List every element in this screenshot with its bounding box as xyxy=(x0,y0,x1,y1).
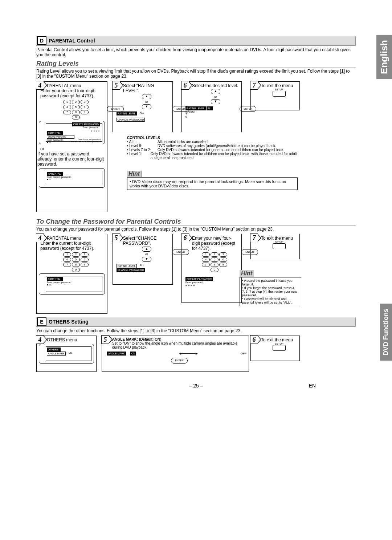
section-e-title: OTHERS Setting xyxy=(49,319,89,325)
key-3[interactable]: 3 xyxy=(81,100,89,104)
step-number: 7 xyxy=(250,81,258,90)
key-6[interactable]: 6 xyxy=(219,257,227,262)
key-3[interactable]: 3 xyxy=(219,252,227,257)
osd-press-enter: Press 'ENTER' to activate password. xyxy=(69,141,101,143)
step6-text: Select the desired level. xyxy=(192,83,239,88)
key-4[interactable]: 4 xyxy=(202,257,210,262)
enter-button[interactable]: ENTER xyxy=(107,106,124,112)
key-2[interactable]: 2 xyxy=(72,100,80,104)
osd-enter-current: Enter current password. xyxy=(47,176,101,178)
step-number: 7 xyxy=(250,234,258,242)
key-1[interactable]: 1 xyxy=(202,252,210,257)
key-9[interactable]: 9 xyxy=(219,263,227,267)
key-6[interactable]: 6 xyxy=(81,105,89,109)
up-arrow-icon[interactable]: ▲ xyxy=(211,89,220,94)
ctrl-key: • Level 1: xyxy=(127,152,151,160)
tv-osd-enter-current: PARENTAL Enter current password. ■□□□ xyxy=(39,168,105,188)
down-arrow-icon[interactable]: ▼ xyxy=(142,104,151,109)
setup-button[interactable] xyxy=(273,243,286,249)
osd-change-password-2: CHANGE PASSWORD xyxy=(117,268,145,272)
down-arrow-icon[interactable]: ▼ xyxy=(142,257,151,262)
change-hint: Hint • Record the password in case you f… xyxy=(240,270,301,306)
key-7[interactable]: 7 xyxy=(202,263,210,267)
key-8[interactable]: 8 xyxy=(211,263,219,267)
key-0[interactable]: 0 xyxy=(211,268,219,272)
change-step5: 5 Select "CHANGE PASSWORD". ▲ or ▼ RATIN… xyxy=(113,234,173,285)
section-e-intro: You can change the other functions. Foll… xyxy=(36,328,356,333)
up-arrow-icon[interactable]: ▲ xyxy=(142,94,151,99)
step7-text: To exit the menu xyxy=(261,236,297,241)
control-levels: CONTROL LEVELS • ALL:All parental locks … xyxy=(127,136,298,160)
osd-rating-level-3: RATING LEVEL xyxy=(117,264,137,268)
step4-text: Enter the current four-digit password (e… xyxy=(40,241,105,251)
step4-title: PARENTAL menu xyxy=(47,83,105,88)
ctrl-key: • ALL: xyxy=(127,140,158,144)
others-step4: 4 OTHERS menu OTHERS ANGLE MARK ON xyxy=(36,336,97,372)
key-9[interactable]: 9 xyxy=(81,110,89,114)
step4-or: or xyxy=(40,146,105,151)
key-3[interactable]: 3 xyxy=(81,252,89,257)
rating-step6: 6 Select the desired level. ▲ or ▼ RATIN… xyxy=(181,81,242,132)
osd-on: ON xyxy=(69,352,72,356)
key-7[interactable]: 7 xyxy=(63,110,71,114)
rating-step7: 7 To exit the menu SETUP xyxy=(250,81,300,110)
osd-all-2: ALL xyxy=(140,264,144,268)
ctrl-val: Only DVD softwares intended for children… xyxy=(151,152,298,160)
osd-rating-level: RATING LEVEL xyxy=(117,111,137,115)
keypad[interactable]: 1 2 3 4 5 6 7 8 9 0 xyxy=(47,252,105,272)
key-6[interactable]: 6 xyxy=(81,257,89,262)
setup-label: SETUP xyxy=(261,88,297,91)
osd-enter-password-2: Enter password. xyxy=(185,281,239,284)
page-number: – 25 – xyxy=(189,383,203,389)
key-7[interactable]: 7 xyxy=(63,263,71,267)
step-number: 6 xyxy=(181,234,189,242)
key-8[interactable]: 8 xyxy=(72,110,80,114)
step5-text: Select "CHANGE PASSWORD". xyxy=(123,236,170,246)
key-0[interactable]: 0 xyxy=(72,268,80,272)
key-8[interactable]: 8 xyxy=(72,263,80,267)
up-arrow-icon[interactable]: ▲ xyxy=(142,247,151,252)
ctrl-key: • Level 8: xyxy=(127,144,158,148)
section-d-intro: Parental Control allows you to set a lim… xyxy=(36,47,356,58)
key-2[interactable]: 2 xyxy=(72,252,80,257)
key-5[interactable]: 5 xyxy=(72,105,80,109)
change-password-heading: To Change the Password for Parental Cont… xyxy=(36,218,356,226)
key-5[interactable]: 5 xyxy=(72,257,80,262)
angle-mark-text: Set to "ON" to show the angle icon when … xyxy=(112,341,246,349)
enter-button[interactable]: ENTER xyxy=(240,106,256,112)
ctrl-val: All parental locks are cancelled. xyxy=(158,140,209,144)
enter-button[interactable]: ENTER xyxy=(171,358,188,364)
key-1[interactable]: 1 xyxy=(63,100,71,104)
key-9[interactable]: 9 xyxy=(81,263,89,267)
osd-all: ALL xyxy=(140,111,144,115)
lang-code: EN xyxy=(309,383,316,389)
setup-button[interactable] xyxy=(273,345,286,351)
control-levels-heading: CONTROL LEVELS xyxy=(127,136,298,140)
step5-or: or xyxy=(123,252,170,256)
step5-or: or xyxy=(123,100,170,103)
key-1[interactable]: 1 xyxy=(63,252,71,257)
keypad[interactable]: 1 2 3 4 5 6 7 8 9 0 xyxy=(47,100,105,119)
enter-button[interactable]: ENTER xyxy=(241,249,258,255)
step-number: 5 xyxy=(112,234,120,242)
key-2[interactable]: 2 xyxy=(211,252,219,257)
osd-angle-mark: ANGLE MARK xyxy=(47,352,66,356)
osd-create-password-2: CREATE PASSWORD xyxy=(185,277,213,281)
key-0[interactable]: 0 xyxy=(72,115,80,119)
rating-levels-heading: Rating Levels xyxy=(36,60,356,68)
setup-label: SETUP xyxy=(261,241,297,243)
osd-level-all: ALL xyxy=(207,106,213,110)
key-5[interactable]: 5 xyxy=(211,257,219,262)
osd-parental-tab: PARENTAL xyxy=(47,131,63,135)
keypad[interactable]: 1 2 3 4 5 6 7 8 9 0 xyxy=(190,252,239,272)
step5-text: Select "RATING LEVEL". xyxy=(123,83,170,93)
angle-mark-heading: ANGLE MARK: (Default: ON) xyxy=(112,337,246,341)
key-4[interactable]: 4 xyxy=(63,257,71,262)
down-arrow-icon[interactable]: ▼ xyxy=(211,99,220,104)
section-e-letter: E xyxy=(37,317,46,326)
hint-label: Hint xyxy=(127,171,142,177)
key-4[interactable]: 4 xyxy=(63,105,71,109)
setup-button[interactable] xyxy=(273,91,286,97)
osd-parental-tab-2: PARENTAL xyxy=(47,172,63,176)
enter-button[interactable]: ENTER xyxy=(172,106,189,112)
